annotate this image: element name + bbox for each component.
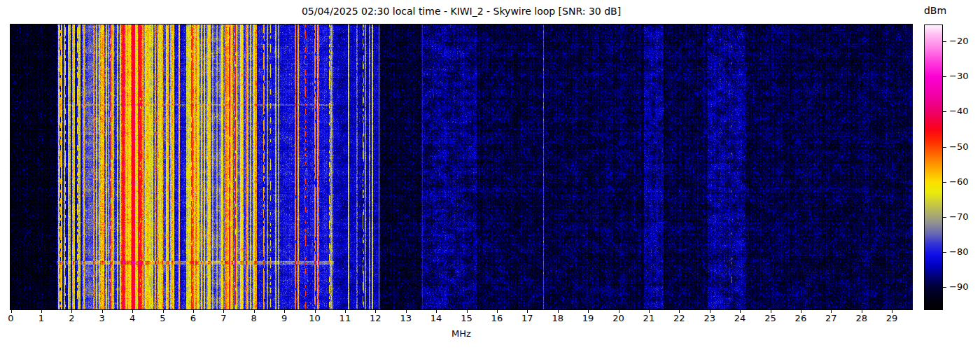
colorbar-tick-label: −60: [949, 176, 977, 188]
colorbar-tick-mark: [943, 252, 946, 253]
x-tick-label: 1: [27, 313, 55, 323]
x-tick-label: 29: [878, 313, 906, 323]
x-tick-label: 26: [787, 313, 815, 323]
spectrogram-figure: 05/04/2025 02:30 local time - KIWI_2 - S…: [0, 0, 980, 350]
x-tick-label: 18: [544, 313, 572, 323]
x-tick-label: 27: [817, 313, 845, 323]
x-tick-label: 15: [453, 313, 481, 323]
x-tick-label: 28: [848, 313, 876, 323]
x-tick-label: 13: [392, 313, 420, 323]
colorbar-tick-label: −20: [949, 36, 977, 47]
x-tick-label: 12: [361, 313, 389, 323]
colorbar-tick-mark: [943, 41, 946, 42]
colorbar-tick-mark: [943, 76, 946, 77]
colorbar-tick-label: −30: [949, 71, 977, 82]
colorbar-tick-label: −80: [949, 246, 977, 258]
x-tick-label: 0: [0, 313, 25, 323]
colorbar-tick-mark: [943, 217, 946, 218]
x-tick-label: 7: [209, 313, 237, 323]
x-tick-label: 16: [483, 313, 511, 323]
x-tick-label: 5: [149, 313, 177, 323]
x-tick-label: 14: [422, 313, 450, 323]
x-tick-label: 24: [726, 313, 754, 323]
colorbar-gradient: [925, 25, 942, 309]
x-tick-label: 9: [270, 313, 298, 323]
x-tick-label: 17: [513, 313, 541, 323]
x-tick-label: 25: [757, 313, 785, 323]
spectrogram-canvas: [10, 24, 912, 309]
x-tick-label: 22: [665, 313, 693, 323]
colorbar-tick-label: −70: [949, 211, 977, 223]
x-tick-label: 2: [57, 313, 85, 323]
plot-title: 05/04/2025 02:30 local time - KIWI_2 - S…: [10, 5, 913, 18]
x-tick-label: 10: [301, 313, 329, 323]
x-tick-label: 21: [635, 313, 663, 323]
x-tick-label: 20: [605, 313, 633, 323]
colorbar-tick-label: −50: [949, 141, 977, 153]
x-tick-label: 6: [179, 313, 207, 323]
x-axis-label: MHz: [10, 328, 913, 339]
x-tick-label: 3: [88, 313, 116, 323]
x-tick-label: 11: [331, 313, 359, 323]
colorbar-tick-label: −40: [949, 106, 977, 117]
colorbar-tick-mark: [943, 111, 946, 112]
x-tick-label: 19: [574, 313, 602, 323]
plot-area: [10, 24, 913, 310]
colorbar-tick-mark: [943, 287, 946, 288]
colorbar-tick-mark: [943, 147, 946, 148]
x-tick-label: 23: [696, 313, 724, 323]
colorbar-tick-mark: [943, 182, 946, 183]
colorbar: [924, 24, 943, 310]
colorbar-label: dBm: [917, 4, 953, 17]
x-tick-label: 8: [240, 313, 268, 323]
x-tick-label: 4: [118, 313, 146, 323]
colorbar-tick-label: −90: [949, 281, 977, 293]
